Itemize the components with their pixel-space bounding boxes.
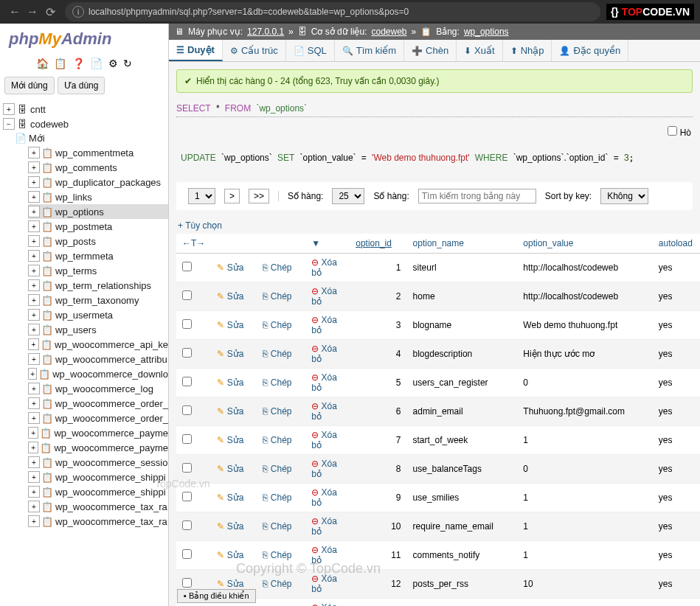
tree-table-wp_commentmeta[interactable]: +📋wp_commentmeta [28,145,168,160]
edit-link[interactable]: ✎ Sửa [211,369,257,397]
row-checkbox[interactable] [182,377,192,386]
edit-link[interactable]: ✎ Sửa [211,484,257,512]
tab-chèn[interactable]: ➕Chèn [404,40,457,61]
delete-link[interactable]: ⊖ Xóa bỏ [305,484,350,512]
delete-link[interactable]: ⊖ Xóa bỏ [305,282,350,311]
delete-link[interactable]: ⊖ Xóa bỏ [305,426,350,455]
row-checkbox[interactable] [182,520,192,530]
copy-link[interactable]: ⎘ Chép [257,282,305,311]
tab-tìm kiếm[interactable]: 🔍Tìm kiếm [335,40,404,61]
tree-table-wp_termmeta[interactable]: +📋wp_termmeta [28,248,168,263]
copy-link[interactable]: ⎘ Chép [257,512,305,541]
copy-link[interactable]: ⎘ Chép [257,369,305,397]
tab-nhập[interactable]: ⬆Nhập [503,40,552,61]
row-checkbox[interactable] [182,463,192,473]
copy-link[interactable]: ⎘ Chép [257,254,305,282]
tree-table-wp_options[interactable]: +📋wp_options [28,204,168,219]
edit-link[interactable]: ✎ Sửa [211,254,257,282]
row-checkbox[interactable] [182,262,192,271]
edit-link[interactable]: ✎ Sửa [211,311,257,340]
settings-icon[interactable]: ⚙ [108,58,118,69]
tree-table-wp_woocommerce_tax_ra[interactable]: +📋wp_woocommerce_tax_ra [28,499,168,514]
edit-link[interactable]: ✎ Sửa [211,512,257,541]
delete-link[interactable]: ⊖ Xóa bỏ [305,340,350,369]
filter-input[interactable] [418,189,536,203]
tree-table-wp_woocommerce_shippi[interactable]: +📋wp_woocommerce_shippi [28,484,168,499]
tree-table-wp_comments[interactable]: +📋wp_comments [28,160,168,175]
copy-link[interactable]: ⎘ Chép [257,397,305,426]
copy-link[interactable]: ⎘ Chép [257,340,305,369]
tree-table-wp_terms[interactable]: +📋wp_terms [28,263,168,278]
row-checkbox[interactable] [182,492,192,501]
row-checkbox[interactable] [182,348,192,358]
delete-link[interactable]: ⊖ Xóa bỏ [305,541,350,570]
tree-table-wp_woocommerce_downlo[interactable]: +📋wp_woocommerce_downlo [28,366,168,381]
tree-db-cntt[interactable]: +🗄cntt [0,102,168,116]
tree-table-wp_term_taxonomy[interactable]: +📋wp_term_taxonomy [28,293,168,307]
edit-link[interactable]: ✎ Sửa [211,282,257,311]
edit-link[interactable]: ✎ Sửa [211,426,257,455]
delete-link[interactable]: ⊖ Xóa bỏ [305,455,350,484]
sql-icon[interactable]: 📄 [90,58,103,69]
col-option-id[interactable]: option_id [350,234,406,254]
logout-icon[interactable]: 📋 [54,58,66,69]
row-checkbox[interactable] [182,549,192,559]
tree-table-wp_duplicator_packages[interactable]: +📋wp_duplicator_packages [28,175,168,189]
tab-cấu trúc[interactable]: ⚙Cấu trúc [223,40,286,61]
options-toggle[interactable]: + Tùy chọn [169,217,700,234]
breadcrumb-db[interactable]: codeweb [371,27,406,37]
home-icon[interactable]: 🏠 [36,58,49,69]
tab-sql[interactable]: 📄SQL [286,40,335,61]
copy-link[interactable]: ⎘ Chép [257,426,305,455]
delete-link[interactable]: ⊖ Xóa bỏ [305,570,350,599]
tree-table-wp_woocommerce_payme[interactable]: +📋wp_woocommerce_payme [28,425,168,440]
copy-link[interactable]: ⎘ Chép [257,484,305,512]
row-checkbox[interactable] [182,319,192,329]
tree-table-wp_woocommerce_log[interactable]: +📋wp_woocommerce_log [28,381,168,396]
breadcrumb-server[interactable]: 127.0.0.1 [247,27,284,37]
tree-table-wp_woocommerce_sessio[interactable]: +📋wp_woocommerce_sessio [28,455,168,470]
tree-table-wp_woocommerce_order_[interactable]: +📋wp_woocommerce_order_ [28,396,168,411]
last-page-button[interactable]: >> [249,189,269,203]
delete-link[interactable]: ⊖ Xóa bỏ [305,512,350,541]
delete-link[interactable]: ⊖ Xóa bỏ [305,254,350,282]
delete-link[interactable]: ⊖ Xóa bỏ [305,397,350,426]
col-autoload[interactable]: autoload [653,234,700,254]
edit-link[interactable]: ✎ Sửa [211,397,257,426]
edit-link[interactable]: ✎ Sửa [211,455,257,484]
row-checkbox[interactable] [182,578,192,588]
edit-link[interactable]: ✎ Sửa [211,541,257,570]
tab-đặc quyền[interactable]: 👤Đặc quyền [552,40,628,61]
reload-nav-icon[interactable]: ↻ [123,58,132,69]
rows-select[interactable]: 25 [332,188,364,204]
tab-xuất[interactable]: ⬇Xuất [457,40,503,61]
tree-table-wp_woocommerce_tax_ra[interactable]: +📋wp_woocommerce_tax_ra [28,514,168,529]
copy-link[interactable]: ⎘ Chép [257,599,305,607]
back-icon[interactable]: ← [6,3,24,21]
copy-link[interactable]: ⎘ Chép [257,570,305,599]
delete-link[interactable]: ⊖ Xóa bỏ [305,311,350,340]
tree-table-wp_woocommerce_payme[interactable]: +📋wp_woocommerce_payme [28,440,168,455]
tree-table-wp_usermeta[interactable]: +📋wp_usermeta [28,307,168,322]
row-checkbox[interactable] [182,405,192,415]
tree-new-table[interactable]: 📄Mới [15,131,168,145]
delete-link[interactable]: ⊖ Xóa bỏ [305,599,350,607]
tree-table-wp_links[interactable]: +📋wp_links [28,189,168,204]
tree-table-wp_woocommerce_api_ke[interactable]: +📋wp_woocommerce_api_ke [28,337,168,352]
url-bar[interactable]: i localhost/phpmyadmin/sql.php?server=1&… [65,2,600,21]
info-icon[interactable]: i [72,6,84,18]
tab-duyệt[interactable]: ☰Duyệt [169,40,223,61]
tree-table-wp_postmeta[interactable]: +📋wp_postmeta [28,219,168,234]
page-select[interactable]: 1 [188,188,215,204]
row-checkbox[interactable] [182,434,192,444]
col-option-value[interactable]: option_value [517,234,652,254]
console-button[interactable]: ▪ Bảng điều khiển [177,589,256,603]
next-page-button[interactable]: > [224,189,240,203]
tree-table-wp_term_relationships[interactable]: +📋wp_term_relationships [28,278,168,293]
tree-table-wp_users[interactable]: +📋wp_users [28,322,168,337]
favorites-button[interactable]: Ưa dùng [58,77,105,94]
edit-link[interactable]: ✎ Sửa [211,340,257,369]
docs-icon[interactable]: ❓ [72,58,85,69]
row-checkbox[interactable] [182,290,192,300]
tree-table-wp_woocommerce_shippi[interactable]: +📋wp_woocommerce_shippi [28,470,168,484]
